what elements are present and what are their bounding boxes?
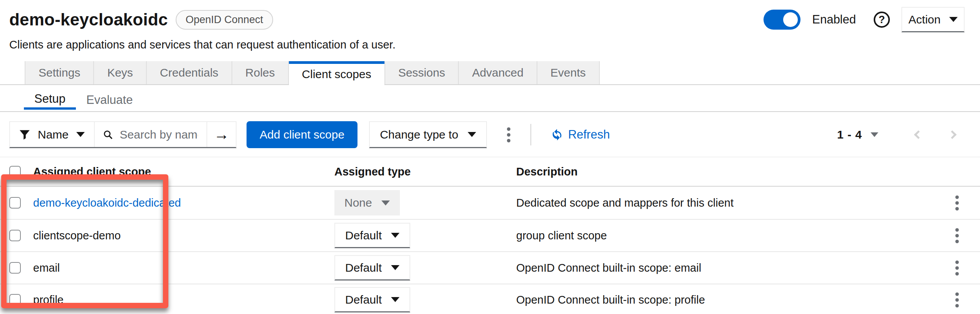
scope-description: group client scope (516, 229, 934, 242)
pagination-menu-toggle[interactable] (871, 132, 878, 137)
client-scopes-table: Assigned client scope Assigned type Desc… (0, 157, 980, 314)
table-row: clientscope-demo Default group client sc… (0, 219, 980, 251)
client-scopes-page: demo-keycloakoidc OpenID Connect Enabled… (0, 0, 980, 314)
protocol-badge: OpenID Connect (176, 10, 273, 30)
scope-name: email (33, 262, 334, 274)
client-tabs: Settings Keys Credentials Roles Client s… (0, 61, 980, 85)
row-checkbox[interactable] (9, 197, 21, 209)
scope-name-link[interactable]: demo-keycloakoidc-dedicated (33, 197, 334, 209)
search-group: Name → (9, 121, 237, 148)
add-client-scope-button[interactable]: Add client scope (247, 121, 357, 148)
chevron-down-icon (949, 17, 958, 22)
toolbar-divider (530, 124, 531, 145)
tab-settings[interactable]: Settings (25, 61, 94, 84)
row-kebab-menu[interactable] (951, 192, 963, 214)
next-page-icon[interactable] (948, 130, 957, 139)
scope-description: OpenID Connect built-in scope: profile (516, 294, 934, 306)
pagination: 1 - 4 (837, 128, 961, 141)
row-checkbox[interactable] (9, 230, 21, 241)
assigned-type-value: Default (345, 293, 382, 306)
tab-credentials[interactable]: Credentials (147, 61, 232, 84)
row-kebab-menu[interactable] (951, 224, 963, 247)
toggle-knob (783, 12, 798, 27)
filter-type-dropdown[interactable]: Name (10, 122, 95, 147)
assigned-type-value: Default (345, 261, 382, 274)
chevron-down-icon (391, 265, 399, 270)
refresh-icon (550, 128, 564, 141)
assigned-type-dropdown[interactable]: Default (334, 255, 410, 281)
scope-name: profile (33, 294, 334, 306)
table-header-row: Assigned client scope Assigned type Desc… (0, 157, 980, 187)
chevron-down-icon (391, 233, 399, 238)
row-kebab-menu[interactable] (951, 257, 963, 279)
pagination-count: 1 - 4 (837, 128, 862, 141)
enabled-toggle[interactable] (764, 10, 800, 30)
scope-description: Dedicated scope and mappers for this cli… (516, 197, 934, 209)
assigned-type-dropdown[interactable]: Default (334, 287, 410, 312)
assigned-type-value: Default (345, 229, 382, 242)
tab-advanced[interactable]: Advanced (459, 61, 537, 84)
change-type-dropdown[interactable]: Change type to (369, 121, 487, 148)
column-assigned-client-scope: Assigned client scope (33, 165, 334, 178)
client-scopes-subtabs: Setup Evaluate (0, 85, 980, 112)
table-row: profile Default OpenID Connect built-in … (0, 284, 980, 314)
column-assigned-type: Assigned type (334, 165, 516, 178)
search-submit-button[interactable]: → (207, 122, 236, 147)
chevron-down-icon (381, 200, 390, 205)
filter-label: Name (38, 128, 69, 141)
filter-icon (19, 129, 30, 140)
page-title: demo-keycloakoidc (9, 10, 168, 29)
table-row: demo-keycloakoidc-dedicated None Dedicat… (0, 187, 980, 219)
action-dropdown[interactable]: Action (901, 7, 965, 32)
tab-sessions[interactable]: Sessions (384, 61, 459, 84)
refresh-label: Refresh (568, 128, 610, 142)
assigned-type-dropdown: None (334, 190, 400, 215)
search-box (95, 122, 207, 147)
assigned-type-dropdown[interactable]: Default (334, 223, 410, 248)
tab-events[interactable]: Events (537, 61, 600, 84)
search-icon (103, 129, 113, 140)
chevron-down-icon (391, 297, 399, 302)
refresh-link[interactable]: Refresh (550, 128, 610, 142)
previous-page-icon[interactable] (914, 130, 923, 139)
toolbar-kebab-menu[interactable] (503, 124, 514, 146)
page-header: demo-keycloakoidc OpenID Connect Enabled… (0, 0, 980, 51)
subtab-setup[interactable]: Setup (24, 90, 76, 110)
assigned-type-value: None (344, 196, 372, 209)
tab-keys[interactable]: Keys (94, 61, 147, 84)
help-icon[interactable]: ? (874, 12, 890, 28)
column-description: Description (516, 165, 934, 178)
change-type-label: Change type to (380, 128, 458, 141)
page-subtitle: Clients are applications and services th… (9, 38, 965, 51)
chevron-down-icon (76, 132, 85, 137)
row-checkbox[interactable] (9, 294, 21, 306)
table-row: email Default OpenID Connect built-in sc… (0, 251, 980, 284)
subtab-evaluate[interactable]: Evaluate (76, 90, 143, 110)
select-all-checkbox[interactable] (9, 166, 21, 177)
action-label: Action (908, 13, 940, 26)
scope-name: clientscope-demo (33, 229, 334, 242)
tab-client-scopes[interactable]: Client scopes (289, 61, 384, 85)
row-checkbox[interactable] (9, 262, 21, 274)
enabled-label: Enabled (812, 13, 856, 27)
tab-roles[interactable]: Roles (232, 61, 289, 84)
search-input[interactable] (120, 128, 198, 141)
scope-description: OpenID Connect built-in scope: email (516, 262, 934, 274)
chevron-down-icon (468, 132, 476, 137)
toolbar: Name → Add client scope Change type to (0, 112, 980, 157)
row-kebab-menu[interactable] (951, 289, 963, 311)
